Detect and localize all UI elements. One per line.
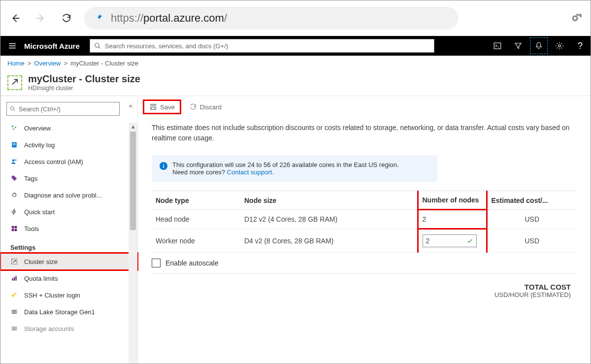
reload-button[interactable] [59, 10, 74, 26]
help-icon[interactable]: ? [570, 36, 591, 56]
search-icon [10, 106, 16, 112]
back-button[interactable] [7, 10, 23, 26]
sidebar-item-quick-start[interactable]: Quick start [0, 203, 137, 220]
search-icon [94, 42, 101, 49]
sidebar-item-storage-accounts[interactable]: Storage accounts [0, 320, 137, 337]
breadcrumb-overview[interactable]: Overview [34, 60, 61, 67]
svg-rect-11 [13, 143, 16, 144]
tools-icon [10, 225, 18, 232]
save-button[interactable]: Save [143, 99, 181, 114]
discard-button[interactable]: Discard [184, 101, 227, 113]
browser-toolbar: https://portal.azure.com/ [0, 0, 591, 36]
checkmark-icon [466, 237, 473, 244]
sidebar-item-cluster-size[interactable]: Cluster size [0, 253, 137, 270]
sidebar-search-input[interactable]: Search (Ctrl+/) [6, 102, 120, 116]
brand-label: Microsoft Azure [24, 42, 90, 50]
svg-rect-27 [12, 310, 17, 311]
svg-rect-4 [494, 43, 501, 49]
sidebar-scrollbar[interactable]: ▴ [129, 123, 137, 364]
svg-rect-18 [12, 229, 14, 232]
scroll-up-icon[interactable]: ▴ [129, 123, 137, 132]
scroll-thumb[interactable] [130, 132, 136, 230]
scale-icon [10, 258, 18, 265]
sidebar-item-label: Activity log [24, 141, 55, 149]
forward-button[interactable] [33, 10, 49, 26]
address-bar[interactable]: https://portal.azure.com/ [84, 7, 459, 30]
nodes-table: Node type Node size Number of nodes Esti… [152, 191, 577, 253]
sidebar-item-access-control[interactable]: Access control (IAM) [0, 153, 137, 170]
col-node-type: Node type [152, 191, 240, 210]
enable-autoscale-checkbox[interactable]: Enable autoscale [152, 259, 577, 267]
svg-rect-2 [580, 14, 581, 18]
sidebar-item-label: Tools [24, 225, 39, 232]
page-title-bar: myCluster - Cluster size HDInsight clust… [0, 70, 591, 96]
sidebar-item-label: Access control (IAM) [24, 158, 83, 165]
cell-node-size: D12 v2 (4 Cores, 28 GB RAM) [240, 210, 418, 229]
worker-node-count-input[interactable]: 2 [423, 234, 477, 247]
discard-icon [189, 103, 197, 111]
sidebar-item-label: Tags [24, 175, 37, 182]
iam-icon [10, 158, 18, 165]
info-banner: i This configuration will use 24 to 56 o… [152, 155, 437, 182]
info-text2: Need more cores? [172, 168, 227, 176]
table-header-row: Node type Node size Number of nodes Esti… [152, 191, 577, 210]
input-value: 2 [426, 237, 430, 245]
svg-rect-12 [13, 144, 16, 145]
sidebar-item-ssh-login[interactable]: SSH + Cluster login [0, 287, 137, 303]
sidebar-item-activity-log[interactable]: Activity log [0, 136, 137, 153]
search-placeholder: Search resources, services, and docs (G+… [105, 42, 228, 50]
menu-button[interactable] [0, 41, 24, 50]
sidebar-item-overview[interactable]: Overview [0, 120, 137, 136]
cloud-shell-icon[interactable] [487, 36, 508, 56]
save-icon [149, 103, 157, 111]
key-icon[interactable] [571, 11, 584, 25]
sidebar-heading-settings: Settings [0, 237, 137, 253]
breadcrumb-current: myCluster - Cluster size [70, 60, 138, 67]
sidebar-item-label: Diagnose and solve probl... [24, 192, 102, 199]
table-row: Worker node D4 v2 (8 Cores, 28 GB RAM) 2… [152, 229, 577, 253]
svg-rect-30 [12, 327, 17, 331]
url-path: / [224, 12, 227, 24]
sidebar-item-tags[interactable]: Tags [0, 170, 137, 187]
total-cost-section: TOTAL COST USD/HOUR (ESTIMATED) [138, 278, 591, 303]
filter-icon[interactable] [508, 36, 528, 56]
total-cost-sublabel: USD/HOUR (ESTIMATED) [158, 291, 571, 298]
svg-rect-32 [152, 104, 154, 106]
sidebar-item-data-lake[interactable]: Data Lake Storage Gen1 [0, 303, 137, 320]
global-search-input[interactable]: Search resources, services, and docs (G+… [90, 39, 434, 53]
url-host: portal.azure.com [143, 12, 224, 24]
col-number-of-nodes-highlighted: Number of nodes [418, 191, 487, 210]
notifications-icon[interactable] [528, 36, 549, 56]
contact-support-link[interactable]: Contact support. [227, 168, 274, 176]
checkbox-box[interactable] [152, 259, 161, 267]
sidebar-item-tools[interactable]: Tools [0, 220, 137, 237]
sidebar-item-label: SSH + Cluster login [24, 292, 80, 299]
svg-rect-28 [12, 311, 17, 312]
svg-rect-19 [15, 229, 17, 232]
sidebar-item-label: Quick start [24, 208, 55, 216]
key-icon [10, 291, 18, 299]
cell-node-type: Head node [152, 210, 240, 229]
collapse-sidebar-button[interactable]: « [129, 102, 132, 109]
quickstart-icon [10, 208, 18, 216]
breadcrumb: Home > Overview > myCluster - Cluster si… [0, 56, 591, 70]
diagnose-icon [10, 191, 18, 199]
svg-rect-33 [152, 107, 155, 110]
sidebar-search-placeholder: Search (Ctrl+/) [19, 105, 61, 113]
svg-point-5 [558, 45, 561, 47]
svg-point-8 [15, 127, 16, 129]
cell-cost: USD [487, 229, 577, 253]
resource-icon [7, 75, 22, 90]
info-text: This configuration will use 24 to 56 of … [172, 161, 399, 168]
main-content: Save Discard This estimate does not incl… [137, 96, 591, 364]
sidebar-item-diagnose[interactable]: Diagnose and solve probl... [0, 187, 137, 203]
svg-point-14 [15, 159, 17, 161]
page-title: myCluster - Cluster size [28, 73, 140, 85]
page-subtitle: HDInsight cluster [28, 85, 140, 92]
breadcrumb-home[interactable]: Home [7, 60, 25, 67]
settings-icon[interactable] [549, 36, 570, 56]
azure-top-bar: Microsoft Azure Search resources, servic… [0, 36, 591, 56]
svg-point-9 [13, 129, 15, 131]
sidebar-item-quota-limits[interactable]: Quota limits [0, 270, 137, 287]
total-cost-label: TOTAL COST [158, 283, 571, 291]
